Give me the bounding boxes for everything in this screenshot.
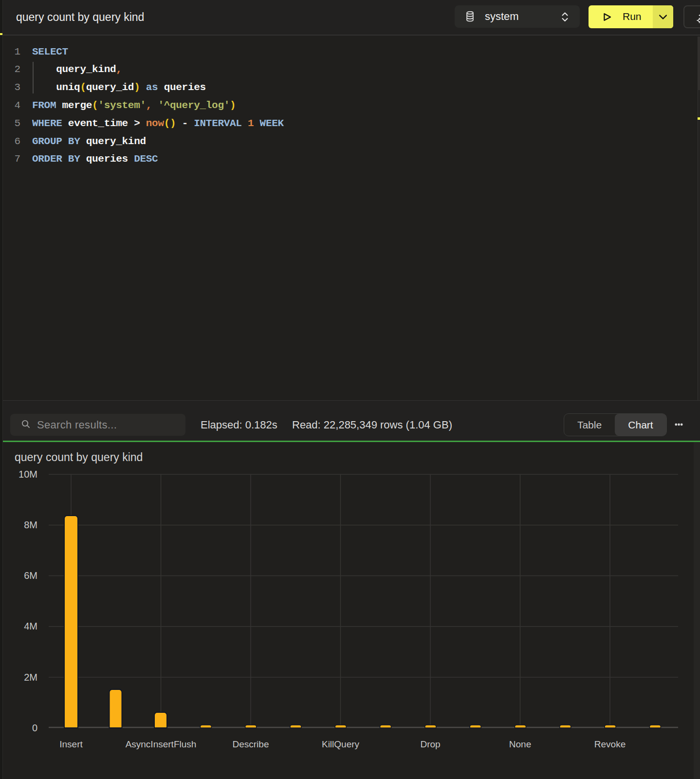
- svg-text:AsyncInsertFlush: AsyncInsertFlush: [126, 739, 197, 749]
- svg-text:4M: 4M: [24, 621, 37, 631]
- svg-text:Describe: Describe: [233, 739, 269, 749]
- svg-text:None: None: [509, 739, 531, 749]
- svg-text:8M: 8M: [24, 519, 37, 530]
- svg-text:2M: 2M: [24, 672, 37, 683]
- svg-text:Insert: Insert: [59, 739, 83, 749]
- svg-text:Revoke: Revoke: [594, 739, 626, 749]
- svg-text:10M: 10M: [18, 469, 37, 480]
- svg-text:0: 0: [32, 723, 37, 733]
- svg-text:6M: 6M: [24, 570, 37, 581]
- svg-text:Drop: Drop: [420, 739, 440, 749]
- svg-text:KillQuery: KillQuery: [322, 739, 360, 749]
